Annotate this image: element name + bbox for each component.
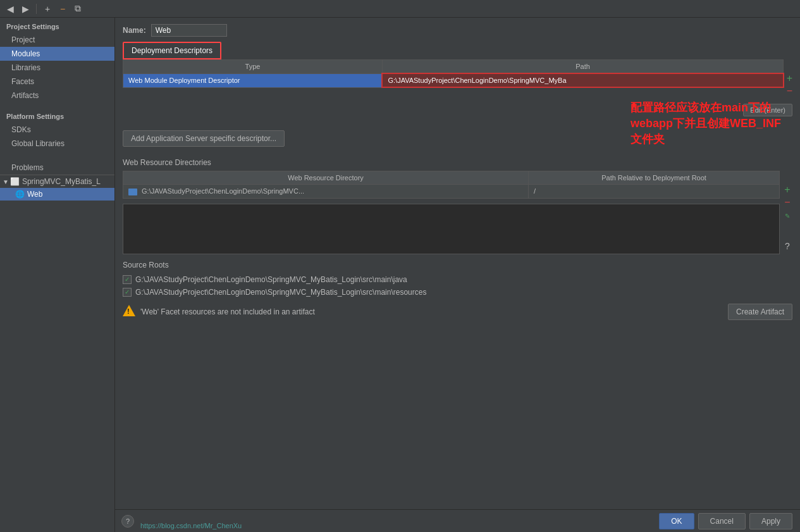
- main-layout: Project Settings Project Modules Librari…: [0, 18, 800, 532]
- source-root-checkbox-0[interactable]: [123, 275, 132, 284]
- col-type-header: Type: [123, 60, 383, 74]
- sidebar-item-libraries[interactable]: Libraries: [0, 61, 114, 75]
- col-path-rel-header: Path Relative to Deployment Root: [529, 171, 780, 185]
- help-resource-btn[interactable]: ?: [782, 242, 792, 251]
- add-button[interactable]: +: [41, 3, 54, 15]
- tabs-row: Deployment Descriptors: [115, 42, 800, 59]
- resource-side-buttons: + − ✎ ?: [782, 171, 792, 251]
- back-button[interactable]: ◀: [4, 3, 16, 15]
- sidebar-tree: ▼ ⬜ SpringMVC_MyBatis_L 🌐 Web: [0, 175, 114, 532]
- content-wrapper: Name: Deployment Descriptors Type: [115, 18, 800, 532]
- toolbar-separator: [36, 4, 37, 14]
- edit-resource-btn[interactable]: ✎: [782, 213, 792, 220]
- dir-icon: [128, 189, 137, 195]
- cancel-button[interactable]: Cancel: [698, 513, 746, 529]
- tree-item-web[interactable]: 🌐 Web: [0, 188, 114, 201]
- name-label: Name:: [123, 26, 146, 35]
- sidebar-item-facets[interactable]: Facets: [0, 75, 114, 89]
- resource-row[interactable]: G:\JAVAStudyProject\ChenLoginDemo\Spring…: [123, 185, 780, 199]
- toolbar: ◀ ▶ + − ⧉: [0, 0, 800, 18]
- sidebar-item-sdks[interactable]: SDKs: [0, 123, 114, 137]
- source-root-path-1: G:\JAVAStudyProject\ChenLoginDemo\Spring…: [135, 288, 426, 297]
- deployment-table: Type Path Web Module Deployment Descript…: [123, 59, 784, 88]
- help-button[interactable]: ?: [121, 515, 134, 528]
- tree-item-root[interactable]: ▼ ⬜ SpringMVC_MyBatis_L: [0, 175, 114, 188]
- platform-settings-title: Platform Settings: [0, 108, 114, 123]
- web-resource-title: Web Resource Directories: [123, 158, 792, 167]
- sidebar-item-project[interactable]: Project: [0, 33, 114, 47]
- remove-resource-btn[interactable]: −: [782, 197, 792, 207]
- sidebar-item-problems[interactable]: Problems: [0, 161, 114, 175]
- tab-deployment-descriptors[interactable]: Deployment Descriptors: [123, 42, 221, 59]
- add-deployment-btn[interactable]: +: [787, 73, 792, 84]
- col-dir-header: Web Resource Directory: [123, 171, 529, 185]
- add-server-button[interactable]: Add Application Server specific descript…: [123, 130, 285, 147]
- sidebar-item-artifacts[interactable]: Artifacts: [0, 89, 114, 102]
- sidebar: Project Settings Project Modules Librari…: [0, 18, 115, 532]
- copy-button[interactable]: ⧉: [71, 3, 84, 15]
- resource-dir-text: G:\JAVAStudyProject\ChenLoginDemo\Spring…: [142, 187, 304, 195]
- resource-dir-cell: G:\JAVAStudyProject\ChenLoginDemo\Spring…: [123, 185, 529, 199]
- table-row[interactable]: Web Module Deployment Descriptor G:\JAVA…: [123, 73, 784, 87]
- warning-icon: [123, 305, 135, 316]
- bottom-bar: ? https://blog.csdn.net/Mr_ChenXu OK Can…: [115, 509, 800, 532]
- deployment-table-container: Type Path Web Module Deployment Descript…: [123, 59, 784, 93]
- row-path-cell: G:\JAVAStudyProject\ChenLoginDemo\Spring…: [382, 73, 783, 87]
- source-roots-title: Source Roots: [123, 261, 792, 269]
- tree-arrow: ▼: [3, 178, 9, 185]
- deployment-side-buttons: + −: [787, 59, 792, 96]
- forward-button[interactable]: ▶: [19, 3, 32, 15]
- sidebar-item-modules[interactable]: Modules: [0, 47, 114, 61]
- web-icon: 🌐: [15, 190, 25, 199]
- module-icon: ⬜: [10, 177, 20, 186]
- ok-button[interactable]: OK: [659, 513, 694, 529]
- deployment-section: Type Path Web Module Deployment Descript…: [123, 59, 792, 96]
- resource-table: Web Resource Directory Path Relative to …: [123, 171, 780, 199]
- sidebar-item-global-libraries[interactable]: Global Libraries: [0, 137, 114, 151]
- name-input[interactable]: [151, 24, 227, 37]
- project-settings-title: Project Settings: [0, 18, 114, 33]
- name-row: Name:: [115, 18, 800, 42]
- warning-row: 'Web' Facet resources are not included i…: [123, 299, 792, 325]
- tree-child-label: Web: [27, 190, 42, 199]
- remove-button[interactable]: −: [56, 3, 69, 15]
- create-artifact-button[interactable]: Create Artifact: [728, 304, 792, 320]
- resource-table-container: Web Resource Directory Path Relative to …: [123, 171, 780, 254]
- section-content: Type Path Web Module Deployment Descript…: [115, 59, 800, 509]
- source-root-checkbox-1[interactable]: [123, 288, 132, 297]
- content-panel: Name: Deployment Descriptors Type: [115, 18, 800, 509]
- row-type-cell: Web Module Deployment Descriptor: [123, 73, 383, 87]
- warning-text: 'Web' Facet resources are not included i…: [140, 307, 723, 316]
- warning-triangle-icon: [123, 305, 135, 318]
- source-root-item-1: G:\JAVAStudyProject\ChenLoginDemo\Spring…: [123, 286, 792, 299]
- bottom-link: https://blog.csdn.net/Mr_ChenXu: [140, 522, 242, 529]
- tree-root-label: SpringMVC_MyBatis_L: [22, 177, 101, 186]
- remove-deployment-btn[interactable]: −: [787, 86, 792, 96]
- add-resource-btn[interactable]: +: [782, 185, 792, 195]
- edit-enter-button[interactable]: Edit (Enter): [743, 104, 792, 116]
- resource-section: Web Resource Directory Path Relative to …: [123, 171, 792, 254]
- resource-path-cell: /: [529, 185, 780, 199]
- col-path-header: Path: [382, 60, 783, 74]
- source-root-item-0: G:\JAVAStudyProject\ChenLoginDemo\Spring…: [123, 273, 792, 286]
- source-root-path-0: G:\JAVAStudyProject\ChenLoginDemo\Spring…: [135, 275, 407, 284]
- apply-button[interactable]: Apply: [749, 513, 792, 529]
